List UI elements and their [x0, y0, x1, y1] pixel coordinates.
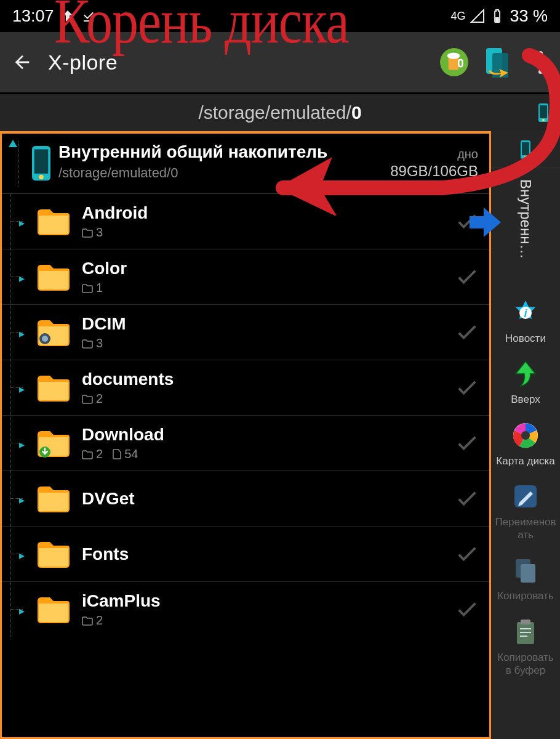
side-rename-button[interactable]: Переименов ать [495, 475, 556, 549]
side-button-label: Переименов ать [495, 515, 556, 542]
check-icon[interactable] [454, 318, 481, 347]
storage-header[interactable]: Внутренний общий накопитель /storage/emu… [2, 134, 489, 193]
svg-point-21 [521, 431, 530, 440]
expand-arrow-icon[interactable]: ▸ [19, 549, 25, 562]
path-text: /storage/emulated/0 [198, 102, 361, 123]
side-button-label: Вверх [511, 393, 540, 406]
folder-row-icamplus[interactable]: ▸ iCamPlus 2 [2, 581, 489, 637]
folder-list: ▸ Android 3 ▸ Color 1 ▸ [2, 193, 489, 637]
annotation-title: Корень диска [54, 0, 349, 58]
side-tab-label[interactable]: Внутренн… [517, 168, 534, 291]
side-clip-button[interactable]: Копировать в буфер [495, 610, 556, 685]
side-up-button[interactable]: Вверх [495, 352, 556, 413]
folder-name: DCIM [82, 314, 454, 334]
expand-arrow-icon[interactable]: ▸ [19, 604, 25, 618]
donate-icon[interactable] [436, 44, 473, 81]
side-button-label: Копировать [497, 589, 554, 602]
folder-icon [36, 539, 71, 569]
folder-icon [36, 207, 71, 236]
rename-icon [510, 481, 541, 512]
expand-arrow-icon[interactable]: ▸ [19, 382, 25, 396]
side-storage-icon[interactable] [491, 131, 560, 168]
folder-name: Color [82, 259, 454, 278]
folder-name: Fonts [82, 544, 454, 564]
svg-rect-28 [520, 632, 531, 633]
signal-icon [470, 9, 485, 23]
svg-rect-10 [34, 150, 49, 174]
expand-arrow-icon[interactable]: ▸ [19, 493, 25, 507]
folder-row-dvget[interactable]: ▸ DVGet [2, 470, 489, 526]
diskmap-icon [510, 420, 541, 451]
storage-title: Внутренний общий накопитель [58, 141, 374, 163]
folder-row-fonts[interactable]: ▸ Fonts [2, 526, 489, 581]
path-bar[interactable]: /storage/emulated/0 [0, 94, 560, 131]
folder-meta: 254 [82, 447, 454, 461]
folder-meta: 3 [82, 336, 454, 350]
check-icon[interactable] [454, 484, 481, 514]
expand-arrow-icon[interactable]: ▸ [19, 438, 25, 451]
check-icon[interactable] [454, 595, 481, 624]
side-button-label: Новости [505, 332, 546, 345]
folder-meta: 2 [82, 613, 454, 628]
side-button-label: Копировать в буфер [497, 651, 554, 677]
folder-name: documents [82, 370, 454, 389]
folder-row-color[interactable]: ▸ Color 1 [2, 249, 489, 304]
svg-point-17 [524, 156, 527, 158]
folder-meta: 2 [82, 392, 454, 406]
side-news-button[interactable]: i Новости [495, 291, 556, 352]
svg-rect-29 [520, 636, 527, 637]
side-diskmap-button[interactable]: Карта диска [495, 414, 556, 475]
folder-name: Android [82, 203, 454, 223]
news-icon: i [510, 297, 541, 328]
folder-row-android[interactable]: ▸ Android 3 [2, 193, 489, 249]
svg-point-2 [447, 52, 460, 59]
side-copy-button[interactable]: Копировать [495, 549, 556, 610]
folder-name: DVGet [82, 489, 454, 509]
folder-name: iCamPlus [82, 591, 454, 611]
up-icon [510, 358, 541, 389]
folder-row-dcim[interactable]: ▸ DCIM 3 [2, 304, 489, 360]
switch-panel-arrow-icon[interactable] [466, 205, 503, 240]
folder-icon [36, 373, 71, 403]
check-icon[interactable] [454, 262, 481, 292]
svg-rect-7 [540, 105, 547, 118]
folder-icon [36, 484, 71, 514]
svg-point-8 [542, 119, 545, 121]
battery-icon [490, 9, 505, 23]
folder-icon [36, 595, 71, 624]
folder-name: Download [82, 425, 454, 445]
check-icon[interactable] [454, 373, 481, 403]
expand-arrow-icon[interactable]: ▸ [19, 327, 25, 341]
back-button[interactable] [7, 47, 37, 77]
battery-percent: 33 % [510, 7, 548, 26]
folder-icon [36, 318, 71, 347]
folder-meta: 3 [82, 225, 454, 240]
expand-arrow-icon[interactable]: ▸ [19, 216, 25, 230]
folder-icon [36, 429, 71, 458]
side-panel: Внутренн… i Новости Вверх Карта диска Пе… [491, 131, 560, 739]
folder-icon [36, 262, 71, 292]
panel-switch-icon[interactable] [479, 44, 516, 81]
clip-icon [510, 616, 541, 647]
svg-rect-16 [522, 142, 529, 155]
svg-point-11 [39, 175, 44, 180]
folder-meta: 1 [82, 281, 454, 295]
folder-row-download[interactable]: ▸ Download 254 [2, 415, 489, 470]
svg-point-13 [42, 336, 48, 342]
svg-rect-24 [521, 564, 535, 583]
network-type: 4G [450, 10, 465, 23]
check-icon[interactable] [454, 429, 481, 458]
folder-row-documents[interactable]: ▸ documents 2 [2, 360, 489, 415]
copy-icon [510, 555, 541, 586]
more-menu-button[interactable] [528, 47, 553, 77]
phone-icon [30, 145, 52, 182]
file-panel: Внутренний общий накопитель /storage/emu… [0, 131, 491, 739]
expand-arrow-icon[interactable]: ▸ [19, 272, 25, 285]
status-time: 13:07 [12, 7, 54, 26]
svg-rect-27 [520, 628, 531, 629]
phone-icon [538, 103, 549, 123]
check-icon[interactable] [454, 539, 481, 569]
svg-rect-26 [521, 620, 530, 624]
side-button-label: Карта диска [496, 454, 554, 467]
storage-size: дно 89GB/106GB [374, 141, 481, 187]
